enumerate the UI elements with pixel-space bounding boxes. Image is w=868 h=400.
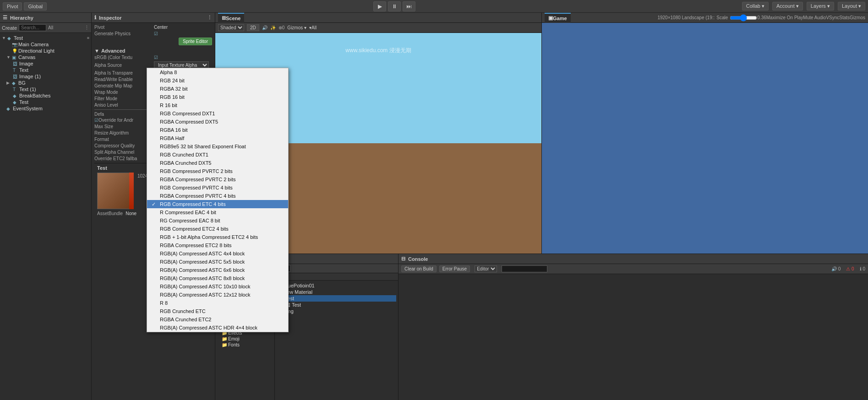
scale-slider[interactable]: [730, 14, 757, 22]
tree-item-text1[interactable]: T Text (1): [0, 86, 91, 92]
dropdown-item-15[interactable]: RGBA Compressed PVRTC 4 bits: [147, 192, 288, 200]
tree-emoji[interactable]: 📁 Emoji: [215, 336, 274, 342]
game-tab[interactable]: ▣ Game: [545, 13, 571, 23]
error-pause-button[interactable]: Error Pause: [439, 265, 470, 272]
console-search[interactable]: [502, 265, 547, 272]
file-new-material[interactable]: ◻ New Material: [277, 289, 396, 295]
scene-tab[interactable]: ⊞ Scene: [218, 13, 244, 23]
all-label[interactable]: All: [48, 25, 53, 30]
tree-item-main-camera[interactable]: 📷 Main Camera: [0, 41, 91, 48]
file-timg[interactable]: 🖼 timg: [277, 308, 396, 314]
layout-button[interactable]: Layout ▾: [838, 2, 865, 11]
dropdown-item-0[interactable]: Alpha 8: [147, 68, 288, 76]
clear-button[interactable]: Clear on Build: [401, 265, 437, 272]
tree-item-canvas[interactable]: ▼ ▣ Canvas: [0, 54, 91, 60]
dropdown-item-22[interactable]: RGB(A) Compressed ASTC 4x4 block: [147, 249, 288, 258]
dropdown-item-21[interactable]: RGBA Compressed ETC2 8 bits: [147, 241, 288, 249]
dropdown-item-28[interactable]: R 8: [147, 299, 288, 307]
game-gizmos-button[interactable]: Gizmos: [850, 15, 865, 20]
tree-item-breakbatches[interactable]: ◆ BreakBatches: [0, 92, 91, 99]
gameobj-icon: ◆: [13, 93, 18, 98]
tree-item-bg[interactable]: ▶ ◆ BG: [0, 80, 91, 86]
vsync-button[interactable]: VSync: [826, 15, 839, 20]
tree-item-image1[interactable]: 🖼 Image (1): [0, 73, 91, 80]
dropdown-item-13[interactable]: RGBA Compressed PVRTC 2 bits: [147, 175, 288, 184]
tree-item-eventsystem[interactable]: ◆ EventSystem: [0, 105, 91, 112]
dropdown-item-19[interactable]: RGB Compressed ETC2 4 bits: [147, 225, 288, 233]
pause-button[interactable]: ⏸: [388, 1, 401, 11]
dropdown-item-6[interactable]: RGBA Compressed DXT5: [147, 118, 288, 126]
dropdown-item-10[interactable]: RGB Crunched DXT1: [147, 151, 288, 159]
inspector-options-icon[interactable]: ⋮: [207, 15, 212, 21]
hierarchy-search[interactable]: [19, 24, 46, 31]
tree-item-text[interactable]: T Text: [0, 67, 91, 73]
gameobj-icon: ◆: [6, 106, 12, 111]
dropdown-item-2[interactable]: RGBA 32 bit: [147, 85, 288, 93]
dropdown-item-9[interactable]: RGB9e5 32 bit Shared Exponent Float: [147, 142, 288, 151]
tree-item-test-root[interactable]: ▼ ◆ Test ≡: [0, 35, 91, 41]
dropdown-item-25[interactable]: RGB(A) Compressed ASTC 8x8 block: [147, 274, 288, 282]
all-label[interactable]: ▾All: [309, 25, 317, 30]
hierarchy-options-icon[interactable]: ⋮: [84, 25, 89, 31]
check-icon: ✓: [152, 201, 156, 207]
tree-fonts[interactable]: 📁 Fonts: [215, 342, 274, 348]
console-content: [399, 274, 868, 400]
filter-mode-label: Filter Mode: [94, 96, 154, 101]
tree-label: Test: [19, 99, 28, 105]
tree-item-test-child[interactable]: ◆ Test: [0, 99, 91, 105]
pivot-button[interactable]: Pivot: [3, 2, 22, 11]
dropdown-item-17[interactable]: R Compressed EAC 4 bit: [147, 208, 288, 216]
maximize-button[interactable]: Maximize On Play: [766, 15, 803, 20]
dropdown-item-11[interactable]: RGBA Crunched DXT5: [147, 159, 288, 167]
global-button[interactable]: Global: [24, 2, 47, 11]
dropdown-item-8[interactable]: RGBA Half: [147, 134, 288, 142]
tree-label: Canvas: [18, 54, 35, 60]
sprite-editor-button[interactable]: Sprite Editor: [179, 38, 212, 45]
dropdown-item-27[interactable]: RGB(A) Compressed ASTC 12x12 block: [147, 291, 288, 299]
play-button[interactable]: ▶: [373, 1, 386, 11]
preview-alpha-strip: [129, 173, 134, 209]
dropdown-item-4[interactable]: R 16 bit: [147, 101, 288, 109]
format-dropdown[interactable]: Alpha 8RGB 24 bitRGBA 32 bitRGB 16 bitR …: [147, 68, 289, 332]
dropdown-item-1[interactable]: RGB 24 bit: [147, 76, 288, 85]
editor-dropdown[interactable]: Editor: [475, 265, 497, 272]
sound-icon[interactable]: 🔊: [262, 25, 267, 30]
dropdown-item-24[interactable]: RGB(A) Compressed ASTC 6x6 block: [147, 266, 288, 274]
scale-value: 0.36: [757, 15, 766, 20]
step-button[interactable]: ⏭: [403, 1, 415, 11]
dropdown-item-30[interactable]: RGBA Crunched ETC2: [147, 315, 288, 324]
options-icon[interactable]: ≡: [87, 36, 89, 40]
dropdown-item-20[interactable]: RGB + 1-bit Alpha Compressed ETC2 4 bits: [147, 233, 288, 241]
dropdown-item-23[interactable]: RGB(A) Compressed ASTC 5x5 block: [147, 258, 288, 266]
dropdown-item-12[interactable]: RGB Compressed PVRTC 2 bits: [147, 167, 288, 175]
tree-item-directional-light[interactable]: 💡 Directional Light: [0, 48, 91, 54]
collab-button[interactable]: Collab ▾: [742, 2, 769, 11]
dropdown-item-29[interactable]: RGB Crunched ETC: [147, 307, 288, 315]
override-checkbox[interactable]: ☑: [94, 118, 98, 123]
mute-button[interactable]: Mute Audio: [803, 15, 826, 20]
layers-button[interactable]: Layers ▾: [807, 2, 834, 11]
generate-physics-checkbox[interactable]: ☑: [154, 31, 158, 36]
file-test-folder[interactable]: 📁 Test: [277, 295, 396, 302]
2d-button[interactable]: 2D: [247, 24, 259, 31]
dropdown-item-7[interactable]: RGBA 16 bit: [147, 126, 288, 134]
file-test-sub[interactable]: 🖼 Test: [277, 302, 396, 308]
fx-icon[interactable]: ✨: [270, 25, 276, 30]
dropdown-item-5[interactable]: RGB Compressed DXT1: [147, 109, 288, 118]
camera-icon: 📷: [12, 42, 17, 47]
dropdown-item-14[interactable]: RGB Compressed PVRTC 4 bits: [147, 184, 288, 192]
srgb-checkbox[interactable]: ☑: [154, 55, 158, 60]
dropdown-item-3[interactable]: RGB 16 bit: [147, 93, 288, 101]
dropdown-item-18[interactable]: RG Compressed EAC 8 bit: [147, 216, 288, 225]
shaded-dropdown[interactable]: Shaded: [218, 24, 244, 31]
gizmos-button[interactable]: Gizmos ▾: [287, 25, 306, 30]
dropdown-item-26[interactable]: RGB(A) Compressed ASTC 10x10 block: [147, 282, 288, 291]
stats-button[interactable]: Stats: [839, 15, 850, 20]
scale-label: Scale: [716, 15, 728, 20]
account-button[interactable]: Account ▾: [772, 2, 803, 11]
dropdown-item-31[interactable]: RGB(A) Compressed ASTC HDR 4×4 block: [147, 324, 288, 332]
dropdown-item-16[interactable]: ✓RGB Compressed ETC 4 bits: [147, 200, 288, 208]
tree-item-image[interactable]: 🖼 Image: [0, 60, 91, 67]
file-bluepotion01[interactable]: 🖼 bluePotioin01: [277, 282, 396, 289]
create-label[interactable]: Create: [2, 25, 17, 31]
